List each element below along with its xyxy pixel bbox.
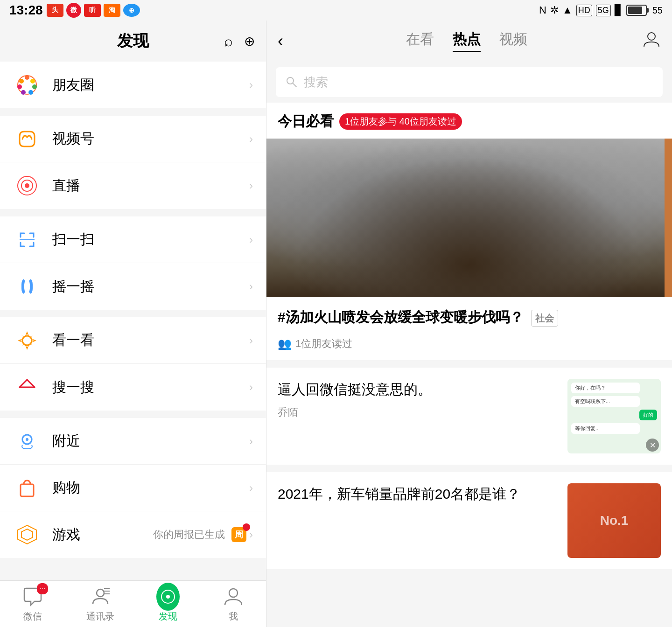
search-icon[interactable]: ⌕ — [224, 33, 233, 50]
nav-contacts[interactable]: 通讯录 — [86, 585, 114, 623]
look-label: 看一看 — [52, 331, 249, 350]
news-tag-volcano: 社会 — [531, 310, 558, 327]
svg-text:周: 周 — [234, 530, 243, 539]
menu-item-moments[interactable]: 朋友圈 › — [0, 62, 266, 108]
channels-icon — [13, 125, 41, 153]
5g-badge: 5G — [596, 5, 611, 16]
games-badge-area: 你的周报已生成 周 — [153, 524, 249, 545]
menu-list: 朋友圈 › 视频号 › — [0, 62, 266, 580]
svg-rect-27 — [21, 484, 34, 496]
shopping-chevron: › — [249, 481, 253, 495]
search-container: 搜索 — [266, 62, 672, 103]
news-item-car[interactable]: 2021年，新车销量品牌前20名都是谁？ No.1 — [266, 472, 672, 569]
search-bar-icon — [285, 76, 298, 89]
news-title-car: 2021年，新车销量品牌前20名都是谁？ — [278, 483, 560, 504]
right-panel: ‹ 在看 热点 视频 搜索 — [266, 21, 672, 627]
menu-section-media: 视频号 › 直播 › — [0, 116, 266, 209]
shake-chevron: › — [249, 280, 253, 293]
live-icon — [13, 172, 41, 200]
tab-watching[interactable]: 在看 — [406, 30, 434, 52]
battery-indicator — [626, 5, 647, 16]
news-content-volcano: #汤加火山喷发会放缓全球变暖步伐吗？ 社会 👥 1位朋友读过 — [266, 297, 672, 360]
nav-discover[interactable]: 发现 — [156, 585, 180, 623]
menu-item-shopping[interactable]: 购物 › — [0, 465, 266, 511]
chat-nav-icon: ··· — [21, 585, 44, 608]
nav-chat[interactable]: ··· 微信 — [21, 585, 44, 623]
ximalaya-icon: 听 — [84, 4, 101, 17]
profile-icon[interactable] — [642, 30, 661, 52]
svg-line-23 — [20, 380, 27, 387]
look-chevron: › — [249, 334, 253, 347]
search-bar[interactable]: 搜索 — [276, 67, 663, 97]
today-badge: 1位朋友参与 40位朋友读过 — [339, 113, 462, 130]
chat-bubble-4: 等你回复... — [571, 423, 640, 434]
search-menu-label: 搜一搜 — [52, 378, 249, 397]
games-label: 游戏 — [52, 525, 153, 544]
shopping-label: 购物 — [52, 478, 249, 497]
games-icon — [13, 521, 41, 549]
svg-point-8 — [24, 82, 30, 88]
games-chevron: › — [249, 528, 253, 541]
nfc-icon: N — [539, 4, 546, 16]
svg-point-1 — [25, 75, 29, 80]
svg-line-41 — [293, 84, 297, 87]
svg-point-38 — [229, 589, 238, 597]
chat-bubble-2: 有空吗联系下... — [571, 396, 640, 407]
moments-chevron: › — [249, 78, 253, 91]
search-menu-icon — [13, 373, 41, 401]
left-panel: 发现 ⌕ ⊕ — [0, 21, 266, 627]
nav-discover-label: 发现 — [159, 610, 177, 623]
news-thumb-car: No.1 — [567, 483, 661, 558]
menu-item-games[interactable]: 游戏 你的周报已生成 周 › — [0, 511, 266, 558]
menu-item-look[interactable]: 看一看 › — [0, 317, 266, 364]
news-friends-volcano: 👥 1位朋友读过 — [278, 337, 661, 351]
menu-item-live[interactable]: 直播 › — [0, 162, 266, 209]
moments-icon — [13, 71, 41, 99]
news-author-chat: 乔陌 — [278, 405, 560, 419]
friends-icon: 👥 — [278, 337, 292, 350]
menu-item-nearby[interactable]: 附近 › — [0, 418, 266, 465]
time-display: 13:28 — [9, 3, 43, 18]
tab-video[interactable]: 视频 — [499, 30, 527, 52]
scan-label: 扫一扫 — [52, 230, 249, 249]
menu-section-interact: 扫一扫 › 摇一摇 › — [0, 216, 266, 310]
look-icon — [13, 327, 41, 355]
tab-hot[interactable]: 热点 — [453, 30, 481, 52]
menu-item-search[interactable]: 搜一搜 › — [0, 364, 266, 411]
nav-me[interactable]: 我 — [222, 585, 245, 623]
me-nav-icon — [222, 585, 245, 608]
left-header: 发现 ⌕ ⊕ — [0, 21, 266, 62]
today-title: 今日必看 — [278, 112, 334, 131]
news-item-chat[interactable]: 逼人回微信挺没意思的。 乔陌 你好，在吗？ 有空吗联系下... 好的 等你回复.… — [266, 368, 672, 465]
news-item-chat-content: 逼人回微信挺没意思的。 乔陌 — [278, 379, 560, 419]
menu-item-scan[interactable]: 扫一扫 › — [0, 216, 266, 263]
news-card-volcano[interactable]: #汤加火山喷发会放缓全球变暖步伐吗？ 社会 👥 1位朋友读过 — [266, 139, 672, 360]
add-icon[interactable]: ⊕ — [244, 34, 255, 49]
menu-item-channels[interactable]: 视频号 › — [0, 116, 266, 162]
nearby-chevron: › — [249, 435, 253, 448]
weibo-icon: 微 — [66, 3, 81, 18]
status-bar: 13:28 头 微 听 淘 ⊕ N ✲ ▲ HD 5G ▊ 55 — [0, 0, 672, 21]
weekly-cube-icon: 周 — [229, 524, 249, 545]
menu-section-extra: 附近 › 购物 › — [0, 418, 266, 558]
svg-point-5 — [21, 90, 26, 95]
news-title-volcano: #汤加火山喷发会放缓全球变暖步伐吗？ 社会 — [278, 307, 661, 327]
back-button[interactable]: ‹ — [278, 31, 283, 51]
nav-contacts-label: 通讯录 — [86, 610, 114, 623]
close-button[interactable]: ✕ — [646, 439, 659, 452]
main-container: 发现 ⌕ ⊕ — [0, 21, 672, 627]
svg-point-4 — [28, 90, 33, 95]
news-feed: 今日必看 1位朋友参与 40位朋友读过 #汤加火山喷发会放缓全球变暖步伐吗？ 社… — [266, 103, 672, 627]
menu-item-shake[interactable]: 摇一摇 › — [0, 263, 266, 310]
search-placeholder-text: 搜索 — [304, 74, 328, 91]
svg-line-24 — [27, 380, 35, 387]
shopping-icon — [13, 474, 41, 502]
right-tabs: 在看 热点 视频 — [291, 30, 642, 52]
taobao-icon: 淘 — [104, 4, 120, 17]
discover-nav-icon — [156, 585, 180, 608]
right-header: ‹ 在看 热点 视频 — [266, 21, 672, 62]
chat-badge: ··· — [37, 583, 48, 594]
battery-level: 55 — [652, 5, 663, 16]
svg-point-37 — [166, 595, 170, 599]
moments-label: 朋友圈 — [52, 76, 249, 95]
